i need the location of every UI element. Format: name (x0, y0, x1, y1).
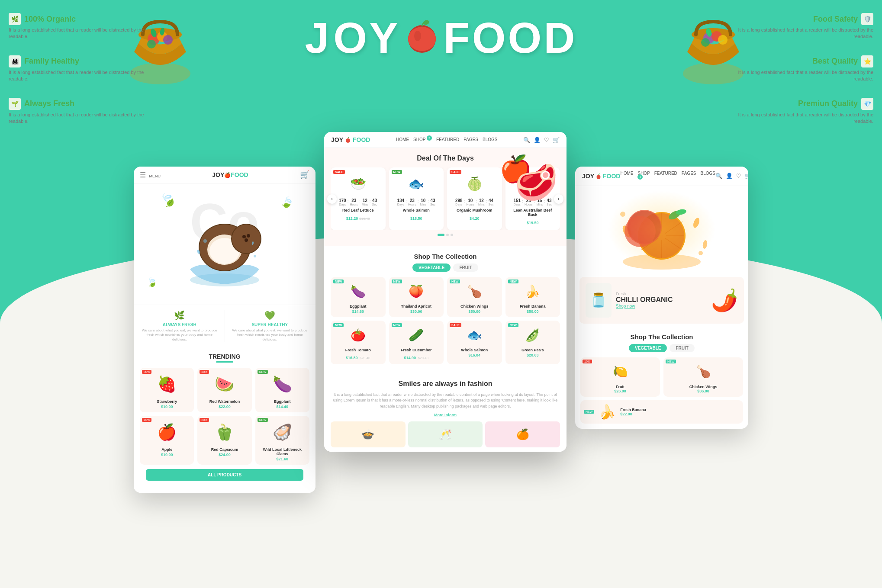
deal-card-1: NEW 🐟 134Days : 23Hours : 10Mins : 43Sec… (389, 167, 444, 230)
svg-point-28 (245, 238, 248, 242)
deal-food-2: 🍈 (459, 172, 489, 196)
svg-point-31 (203, 239, 207, 243)
product-badge-2: NEW (450, 280, 460, 283)
fresh-icon-2: 💚 (230, 310, 310, 321)
svg-point-32 (254, 255, 256, 257)
more-inform-link[interactable]: More Inform (331, 413, 560, 417)
premium-icon: 💎 (861, 98, 873, 110)
right-collection: Shop The Collection VEGETABLE FRUIT 10% … (575, 328, 748, 429)
nav-blogs[interactable]: BLOGS (483, 137, 497, 143)
user-icon[interactable]: 👤 (534, 137, 541, 143)
nav-featured[interactable]: FEATURED (436, 137, 459, 143)
trending-card-2: NEW 🍆 Eggplant $14.40 (255, 368, 309, 412)
right-badge-0: 10% (583, 360, 592, 363)
trending-name-3: Apple (143, 447, 190, 452)
wishlist-icon[interactable]: ♡ (544, 137, 549, 143)
logo-food: FOOD (444, 13, 577, 63)
fresh-bar: 🌿 ALWAYS FRESH We care about what you ea… (134, 305, 315, 347)
trending-img-3: 🍎 (150, 419, 184, 445)
safety-icon: 🛡️ (861, 13, 873, 25)
trending-card-1: 30% 🍉 Red Watermelon $22.00 (197, 368, 251, 412)
right-nav-shop[interactable]: SHOP 3 (637, 171, 650, 181)
fresh-icon-1: 🌿 (140, 310, 219, 321)
trending-badge-5: NEW (258, 418, 268, 422)
deal-timer-2: 298Days : 10Hours : 12Mins : 44Sec (451, 198, 499, 206)
trending-price-2: $14.40 (259, 405, 306, 409)
nav-home[interactable]: HOME (396, 137, 409, 143)
center-nav-icons: 🔍 👤 ♡ 🛒 (523, 137, 560, 143)
center-logo: JOY FOOD (331, 136, 370, 143)
trending-price-1: $22.00 (201, 405, 248, 409)
trending-badge-0: 30% (142, 370, 151, 374)
features-right: Food Safety 🛡️ It is a long established … (726, 13, 873, 140)
right-wishlist-icon[interactable]: ♡ (736, 173, 741, 179)
product-img-2: 🍗 (461, 280, 487, 302)
all-products-button[interactable]: ALL PRODUCTS (146, 469, 303, 481)
trending-badge-1: 30% (200, 370, 209, 374)
right-badge-2: NEW (584, 410, 594, 414)
trending-name-4: Red Capsicum (201, 447, 248, 452)
right-filter-vegetable[interactable]: VEGETABLE (629, 344, 667, 352)
right-product-0: 10% 🍋 Fruit $26.00 (580, 357, 660, 397)
right-nav-home[interactable]: HOME (620, 171, 633, 181)
coconut-container (181, 200, 268, 288)
cart-icon[interactable]: 🛒 (553, 137, 560, 143)
nav-pages[interactable]: PAGES (464, 137, 478, 143)
product-img-0: 🍆 (345, 280, 371, 302)
smile-title: Smiles are always in fashion (331, 379, 560, 389)
right-nav-links: HOME SHOP 3 FEATURED PAGES BLOGS (620, 171, 715, 181)
right-user-icon[interactable]: 👤 (726, 173, 733, 179)
screens-container: ☰ MENU JOY🍎FOOD 🛒 Co 🍃 🍃 🍃 (0, 123, 882, 493)
feature-safety: Food Safety 🛡️ It is a long established … (726, 13, 873, 40)
trending-img-2: 🍆 (265, 371, 299, 397)
trending-card-5: NEW 🦪 Wild Local Littleneck Clams $21.60 (255, 416, 309, 465)
right-nav-featured[interactable]: FEATURED (654, 171, 677, 181)
shop-badge: 3 (427, 135, 432, 141)
product-img-5: 🥒 (403, 324, 429, 346)
hamburger-menu[interactable]: ☰ MENU (140, 171, 161, 179)
product-badge-7: NEW (508, 323, 518, 327)
left-cart-icon[interactable]: 🛒 (300, 170, 309, 180)
filter-vegetable[interactable]: VEGETABLE (412, 263, 451, 272)
smile-images: 🍲 🥂 🍊 (331, 421, 560, 447)
right-filter-fruit[interactable]: FRUIT (670, 344, 694, 352)
right-nav-icons: 🔍 👤 ♡ 🛒 (715, 173, 748, 179)
fresh-item-2: 💚 SUPER HEALTHY We care about what you e… (230, 310, 310, 342)
collection-section: Shop The Collection VEGETABLE FRUIT NEW … (324, 246, 567, 371)
product-img-4: 🍅 (345, 324, 371, 346)
deal-dots (331, 230, 560, 240)
svg-point-2 (414, 31, 421, 41)
trending-name-1: Red Watermelon (201, 399, 248, 404)
trending-grid: 30% 🍓 Strawberry $10.00 30% 🍉 Red Waterm… (140, 368, 309, 465)
nav-shop[interactable]: SHOP 3 (413, 137, 432, 143)
filter-fruit[interactable]: FRUIT (453, 263, 478, 272)
svg-point-34 (597, 175, 601, 179)
product-3: NEW 🍌 Fresh Banana $50.00 (505, 277, 560, 317)
product-badge-1: NEW (392, 280, 402, 283)
hero-section: Co 🍃 🍃 🍃 (134, 183, 315, 305)
product-badge-5: NEW (392, 323, 402, 327)
right-search-icon[interactable]: 🔍 (715, 173, 722, 179)
leaf-2: 🍃 (279, 195, 296, 211)
product-2: NEW 🍗 Chicken Wings $50.00 (447, 277, 502, 317)
right-hero (575, 186, 748, 273)
right-nav-pages[interactable]: PAGES (682, 171, 696, 181)
search-icon[interactable]: 🔍 (523, 137, 530, 143)
deal-prev-arrow[interactable]: ‹ (327, 194, 337, 204)
right-nav-blogs[interactable]: BLOGS (701, 171, 715, 181)
fresh-item-1: 🌿 ALWAYS FRESH We care about what you ea… (140, 310, 219, 342)
trending-section: TRENDING 30% 🍓 Strawberry $10.00 30% 🍉 R… (134, 347, 315, 493)
right-cart-icon[interactable]: 🛒 (745, 173, 748, 179)
right-img-2: 🍌 (599, 404, 616, 420)
feature-premium: Premiun Quality 💎 It is a long establish… (726, 98, 873, 125)
divider (225, 310, 225, 342)
center-nav-links: HOME SHOP 3 FEATURED PAGES BLOGS (396, 137, 497, 143)
product-img-6: 🐟 (461, 324, 487, 346)
right-logo: JOY FOOD (582, 173, 620, 180)
trending-underline (216, 361, 233, 363)
svg-point-3 (422, 19, 430, 25)
filter-tabs: VEGETABLE FRUIT (331, 263, 560, 272)
organic-icon: 🌿 (9, 13, 21, 25)
product-img-1: 🍑 (403, 280, 429, 302)
trending-badge-2: NEW (258, 370, 268, 374)
